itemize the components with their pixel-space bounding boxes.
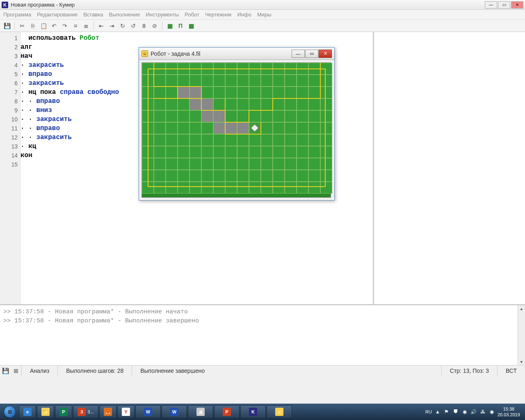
list2-icon[interactable]: ≣: [82, 21, 91, 30]
robot-titlebar[interactable]: ☺ Робот - задача 4.fil — ▭ ✕: [139, 48, 334, 60]
taskbar-firefox[interactable]: 🦊: [99, 405, 116, 418]
taskbar-ie[interactable]: e: [19, 405, 36, 418]
scroll-up-icon[interactable]: ▲: [520, 305, 524, 312]
stop-icon[interactable]: ⊘: [150, 21, 159, 30]
taskbar: ⊞ e 📁 P 33... 🦊 Y W W 🖨 P K ☺ RU ▲ ⚑ ⛊ ◉…: [0, 404, 525, 420]
sb-clear-icon[interactable]: ⊠: [11, 367, 21, 375]
taskbar-clock[interactable]: 15:38 20.03.2019: [498, 406, 520, 418]
robot-app-icon: ☺: [142, 50, 148, 57]
taskbar-word1[interactable]: W: [135, 405, 161, 418]
menu-выполнение[interactable]: Выполнение: [109, 11, 140, 18]
menubar: ПрограммаРедактированиеВставкаВыполнение…: [0, 10, 525, 20]
maximize-button[interactable]: ▭: [498, 1, 510, 9]
output-console: >> 15:37:58 - Новая программа* - Выполне…: [0, 304, 525, 365]
robot-grid[interactable]: [142, 62, 331, 198]
list-icon[interactable]: ≡: [71, 21, 80, 30]
taskbar-app1[interactable]: 33...: [73, 405, 98, 418]
grid3-icon[interactable]: ▩: [187, 21, 196, 30]
pause-icon[interactable]: ⏸: [139, 21, 148, 30]
robot-maximize-button[interactable]: ▭: [305, 50, 318, 58]
robot-minimize-button[interactable]: —: [292, 50, 305, 58]
menu-вставка[interactable]: Вставка: [83, 11, 103, 18]
lang-indicator[interactable]: RU: [425, 409, 432, 414]
taskbar-robot[interactable]: ☺: [267, 405, 292, 418]
taskbar-yandex[interactable]: Y: [117, 405, 135, 418]
menu-миры[interactable]: Миры: [257, 11, 272, 18]
taskbar-print[interactable]: 🖨: [188, 405, 213, 418]
sb-insert-mode: ВСТ: [497, 365, 525, 376]
step-out-icon[interactable]: ⇥: [107, 21, 116, 30]
tray-shield-icon[interactable]: ⛊: [452, 409, 459, 415]
tray-flag-icon[interactable]: ▲: [434, 409, 441, 415]
robot-close-button[interactable]: ✕: [319, 50, 332, 58]
step-icon[interactable]: ↺: [129, 21, 138, 30]
menu-чертежник[interactable]: Чертежник: [205, 11, 232, 18]
window-title: Новая программа - Кумир: [11, 2, 485, 8]
tray-net2-icon[interactable]: 🖧: [479, 409, 486, 415]
sb-cursor-pos: Стр: 13, Поз: 3: [441, 365, 497, 376]
taskbar-kumir[interactable]: K: [240, 405, 266, 418]
app-titlebar: K Новая программа - Кумир — ▭ ✕: [0, 0, 525, 10]
taskbar-powerpoint[interactable]: P: [214, 405, 240, 418]
robot-field: [139, 60, 334, 200]
taskbar-explorer[interactable]: 📁: [37, 405, 54, 418]
menu-редактирование[interactable]: Редактирование: [37, 11, 78, 18]
sb-save-icon[interactable]: 💾: [1, 367, 10, 375]
menu-инфо[interactable]: Инфо: [237, 11, 251, 18]
system-tray[interactable]: RU ▲ ⚑ ⛊ ◉ 🔊 🖧 ◉ 15:38 20.03.2019: [425, 406, 523, 418]
grid1-icon[interactable]: ▦: [165, 21, 174, 30]
menu-инструменты[interactable]: Инструменты: [146, 11, 179, 18]
save-icon[interactable]: 💾: [2, 21, 11, 30]
menu-программа[interactable]: Программа: [3, 11, 31, 18]
run-icon[interactable]: ↻: [118, 21, 127, 30]
start-button[interactable]: ⊞: [2, 405, 18, 418]
cut-icon[interactable]: ✂: [18, 21, 27, 30]
menu-робот[interactable]: Робот: [185, 11, 199, 18]
sb-status: Выполнение завершено: [132, 365, 441, 376]
line-gutter: 123456789101112131415: [0, 32, 21, 304]
grid2-icon[interactable]: П: [176, 21, 185, 30]
close-button[interactable]: ✕: [511, 1, 523, 9]
tray-gpu-icon[interactable]: ◉: [461, 409, 468, 415]
tray-vol-icon[interactable]: 🔊: [470, 409, 477, 415]
step-in-icon[interactable]: ⇤: [97, 21, 106, 30]
tray-net-icon[interactable]: ⚑: [443, 409, 450, 415]
copy-icon[interactable]: ⎘: [28, 21, 37, 30]
tray-gpu2-icon[interactable]: ◉: [488, 409, 495, 415]
code-content[interactable]: использовать Роботалгнач· закрасить· впр…: [21, 34, 119, 169]
sb-steps: Выполнено шагов: 28: [57, 365, 132, 376]
console-text[interactable]: >> 15:37:58 - Новая программа* - Выполне…: [0, 305, 518, 365]
console-scrollbar[interactable]: ▲ ▼: [518, 305, 525, 365]
toolbar: 💾 ✂ ⎘ 📋 ↶ ↷ ≡ ≣ ⇤ ⇥ ↻ ↺ ⏸ ⊘ ▦ П ▩: [0, 20, 525, 32]
robot-window[interactable]: ☺ Робот - задача 4.fil — ▭ ✕: [139, 47, 335, 201]
taskbar-word2[interactable]: W: [162, 405, 187, 418]
robot-window-title: Робот - задача 4.fil: [151, 50, 292, 57]
minimize-button[interactable]: —: [485, 1, 497, 9]
scroll-down-icon[interactable]: ▼: [520, 358, 524, 365]
paste-icon[interactable]: 📋: [39, 21, 48, 30]
app-icon: K: [2, 2, 8, 8]
undo-icon[interactable]: ↶: [50, 21, 59, 30]
taskbar-publisher[interactable]: P: [55, 405, 72, 418]
statusbar: 💾 ⊠ Анализ Выполнено шагов: 28 Выполнени…: [0, 365, 525, 376]
redo-icon[interactable]: ↷: [60, 21, 69, 30]
sb-analysis: Анализ: [21, 365, 57, 376]
side-panel: [373, 32, 525, 304]
